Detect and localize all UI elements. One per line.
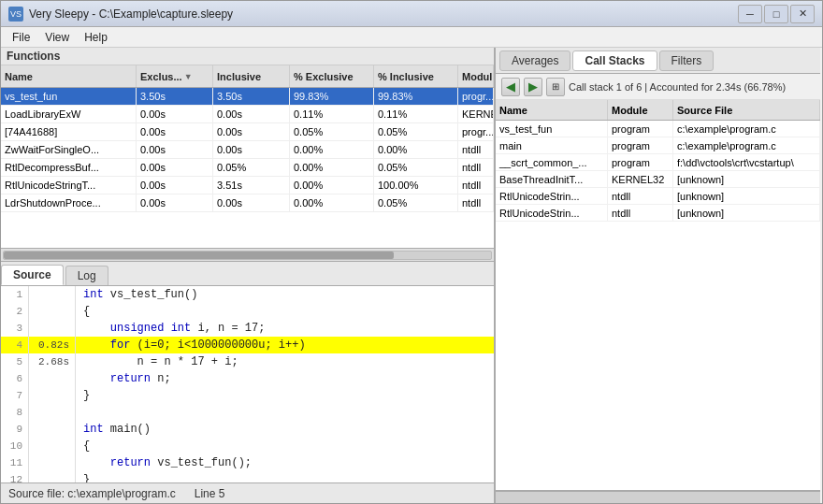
td-module: ntdll [458,194,494,211]
tab-callstacks[interactable]: Call Stacks [572,50,657,71]
callstack-row[interactable]: RtlUnicodeStrin... ntdll [unknown] [496,205,820,222]
tab-log[interactable]: Log [65,266,108,285]
code-area[interactable]: 1 int vs_test_fun() 2 { 3 unsigned int i… [1,286,494,482]
cs-td-name: RtlUnicodeStrin... [496,188,608,204]
maximize-button[interactable]: □ [764,5,788,23]
line-number: 5 [1,353,29,370]
table-row[interactable]: RtlDecompressBuf... 0.00s 0.05% 0.00% 0.… [1,159,494,177]
td-pct-exclusive: 0.05% [290,123,374,140]
tab-filters[interactable]: Filters [659,50,715,71]
col-header-inclusive[interactable]: Inclusive [213,65,290,87]
td-name: LoadLibraryExW [1,106,137,122]
cs-td-module: program [608,137,673,153]
td-inclusive: 0.00s [213,194,290,211]
td-name: vs_test_fun [1,88,137,105]
code-line: 9 int main() [1,421,494,438]
right-hscrollbar[interactable] [496,490,820,503]
callstack-row[interactable]: vs_test_fun program c:\example\program.c [496,121,820,137]
hscrollbar-thumb[interactable] [4,252,394,259]
td-exclusive: 0.00s [137,177,213,194]
left-panel: Functions Name Exclus... ▼ Inclusive % [1,48,495,503]
callstack-row[interactable]: main program c:\example\program.c [496,137,820,154]
td-pct-inclusive: 0.05% [374,123,458,140]
cs-td-module: ntdll [608,188,673,204]
td-module: progr... [458,88,494,105]
cs-td-source: f:\dd\vctools\crt\vcstartup\ [673,154,820,170]
table-row[interactable]: RtlUnicodeStringT... 0.00s 3.51s 0.00% 1… [1,177,494,194]
td-pct-inclusive: 0.05% [374,194,458,211]
line-code: int main() [76,421,151,438]
cs-col-name[interactable]: Name [496,100,608,120]
prev-callstack-button[interactable]: ◀ [501,78,520,96]
cs-td-name: main [496,137,608,153]
next-callstack-button[interactable]: ▶ [524,78,542,96]
callstack-row[interactable]: __scrt_common_... program f:\dd\vctools\… [496,154,820,171]
table-row[interactable]: LoadLibraryExW 0.00s 0.00s 0.11% 0.11% K… [1,106,494,123]
code-line: 10 { [1,438,494,454]
line-code: } [76,471,90,482]
line-time [29,438,76,454]
functions-hscrollbar[interactable] [1,248,494,261]
source-status-bar: Source file: c:\example\program.c Line 5 [1,482,494,503]
source-file-path: Source file: c:\example\program.c [8,487,176,500]
cs-td-name: __scrt_common_... [496,154,608,170]
menu-help[interactable]: Help [77,29,115,46]
td-exclusive: 0.00s [137,123,213,140]
td-module: progr... [458,123,494,140]
col-header-pct-exclusive[interactable]: % Exclusive [290,65,374,87]
cs-td-name: BaseThreadInitT... [496,171,608,187]
line-code: } [76,387,90,404]
source-tabs: Source Log [1,262,494,286]
tab-source[interactable]: Source [1,265,64,285]
grid-button[interactable]: ⊞ [546,78,565,96]
menu-file[interactable]: File [5,29,37,46]
source-line-number: Line 5 [195,487,225,500]
close-button[interactable]: ✕ [790,5,815,23]
td-pct-exclusive: 0.00% [290,141,374,158]
grid-icon: ⊞ [552,81,559,92]
td-pct-inclusive: 99.83% [374,88,458,105]
line-time [29,421,76,438]
table-row[interactable]: vs_test_fun 3.50s 3.50s 99.83% 99.83% pr… [1,88,494,106]
td-pct-exclusive: 0.00% [290,194,374,211]
callstack-table-header: Name Module Source File [496,100,820,121]
td-inclusive: 0.00s [213,141,290,158]
line-number: 1 [1,286,29,303]
title-bar: VS Very Sleepy - C:\Example\capture.slee… [1,1,822,27]
table-header: Name Exclus... ▼ Inclusive % Exclusive %… [1,65,494,88]
cs-col-source[interactable]: Source File [673,100,820,120]
cs-td-name: vs_test_fun [496,121,608,137]
line-time [29,404,76,421]
cs-col-module[interactable]: Module [608,100,673,120]
table-row[interactable]: LdrShutdownProce... 0.00s 0.00s 0.00% 0.… [1,194,494,212]
hscrollbar-track[interactable] [3,251,492,260]
right-panel: Averages Call Stacks Filters ◀ ▶ ⊞ Call … [495,48,820,503]
code-line: 5 2.68s n = n * 17 + i; [1,353,494,370]
col-header-pct-inclusive[interactable]: % Inclusive [374,65,458,87]
tab-averages[interactable]: Averages [499,50,570,71]
menu-view[interactable]: View [37,29,77,46]
line-time [29,454,76,471]
table-row[interactable]: [74A41688] 0.00s 0.00s 0.05% 0.05% progr… [1,123,494,141]
line-code: return vs_test_fun(); [76,454,252,471]
table-row[interactable]: ZwWaitForSingleO... 0.00s 0.00s 0.00% 0.… [1,141,494,159]
functions-table-container: Name Exclus... ▼ Inclusive % Exclusive %… [1,65,494,262]
cs-td-source: [unknown] [673,171,820,187]
td-name: RtlDecompressBuf... [1,159,137,176]
col-header-exclusive[interactable]: Exclus... ▼ [137,65,213,87]
td-module: ntdll [458,159,494,176]
callstack-row[interactable]: RtlUnicodeStrin... ntdll [unknown] [496,188,820,205]
callstack-row[interactable]: BaseThreadInitT... KERNEL32 [unknown] [496,171,820,188]
code-line: 2 { [1,303,494,320]
col-header-module[interactable]: Modul... [458,65,494,87]
td-inclusive: 0.05% [213,159,290,176]
line-number: 6 [1,370,29,387]
prev-icon: ◀ [506,79,515,94]
col-header-name[interactable]: Name [1,65,137,87]
line-code: { [76,303,90,320]
source-panel: Source Log 1 int vs_test_fun() 2 { 3 uns… [1,262,494,503]
td-inclusive: 3.50s [213,88,290,105]
td-pct-exclusive: 0.00% [290,177,374,194]
cs-td-name: RtlUnicodeStrin... [496,205,608,221]
minimize-button[interactable]: ─ [738,5,762,23]
